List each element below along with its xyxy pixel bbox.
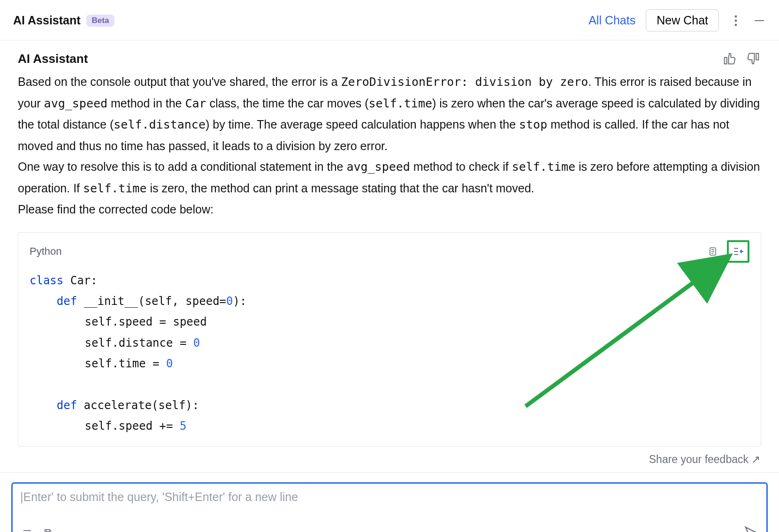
- code-token: 0: [226, 295, 233, 308]
- input-section: |Enter' to submit the query, 'Shift+Ente…: [0, 472, 779, 532]
- top-bar-left: AI Assistant Beta: [13, 14, 115, 27]
- code-content[interactable]: class Car: def __init__(self, speed=0): …: [18, 267, 761, 446]
- inline-code: Car: [185, 97, 206, 110]
- top-bar: AI Assistant Beta All Chats New Chat: [0, 0, 779, 40]
- text: class, the time the car moves (: [206, 97, 369, 110]
- code-token: self.speed +=: [85, 419, 180, 433]
- prompt-toolbar-left: [21, 527, 54, 532]
- svg-rect-15: [46, 529, 49, 532]
- message-paragraph-3: Please find the corrected code below:: [18, 199, 761, 220]
- prompt-input[interactable]: |Enter' to submit the query, 'Shift+Ente…: [11, 482, 768, 532]
- indent-icon[interactable]: [21, 527, 33, 532]
- inline-code: avg_speed: [346, 160, 410, 174]
- new-chat-button[interactable]: New Chat: [646, 9, 719, 31]
- prompt-placeholder: |Enter' to submit the query, 'Shift+Ente…: [19, 488, 760, 506]
- svg-point-2: [735, 24, 737, 26]
- inline-code: self.time: [369, 97, 432, 110]
- send-icon[interactable]: [744, 525, 758, 532]
- inline-code: ZeroDivisionError: division by zero: [341, 75, 588, 89]
- text: Based on the console output that you've …: [18, 75, 341, 88]
- insert-caret-icon[interactable]: [727, 240, 749, 263]
- text: is zero, the method can print a message …: [146, 182, 534, 195]
- message-paragraph-1: Based on the console output that you've …: [18, 71, 761, 156]
- save-icon[interactable]: [42, 527, 54, 532]
- code-token: self.distance =: [85, 336, 193, 350]
- code-token: def: [57, 399, 77, 412]
- code-token: __init__(self, speed=: [77, 295, 226, 308]
- message-body: Based on the console output that you've …: [18, 71, 761, 220]
- code-token: class: [30, 274, 63, 287]
- external-link-icon: ↗: [751, 453, 760, 465]
- message-sender: AI Assistant: [18, 52, 88, 66]
- app-title: AI Assistant: [13, 14, 81, 27]
- text: One way to resolve this is to add a cond…: [18, 160, 346, 173]
- code-token: accelerate(self):: [77, 399, 199, 412]
- chat-area: AI Assistant Based on the console output…: [0, 40, 779, 447]
- thumbs-up-icon[interactable]: [722, 51, 738, 67]
- all-chats-link[interactable]: All Chats: [588, 14, 635, 27]
- message-paragraph-2: One way to resolve this is to add a cond…: [18, 156, 761, 199]
- inline-code: stop: [519, 118, 547, 131]
- svg-point-0: [735, 15, 737, 17]
- more-vertical-icon[interactable]: [729, 14, 742, 27]
- code-token: 5: [180, 419, 186, 433]
- inline-code: avg_speed: [44, 97, 107, 110]
- svg-point-1: [735, 20, 737, 22]
- copy-icon[interactable]: [705, 244, 720, 259]
- code-block-actions: [705, 240, 749, 263]
- code-token: 0: [166, 357, 173, 370]
- share-feedback-text: Share your feedback: [649, 453, 748, 465]
- code-block-header: Python: [18, 233, 761, 267]
- inline-code: self.time: [512, 160, 575, 174]
- code-block: Python class Car: def __init__(self, spe…: [18, 232, 761, 447]
- code-token: def: [57, 295, 77, 308]
- text: method in the: [107, 97, 185, 110]
- message-header: AI Assistant: [18, 51, 761, 67]
- text: method to check if: [410, 160, 512, 173]
- inline-code: self.time: [83, 182, 146, 195]
- share-feedback-link[interactable]: Share your feedback↗: [0, 447, 779, 472]
- thumbs-down-icon[interactable]: [745, 51, 761, 67]
- beta-badge: Beta: [86, 15, 115, 27]
- inline-code: self.distance: [114, 118, 206, 131]
- text: ) by time. The average speed calculation…: [206, 118, 519, 131]
- code-language-label: Python: [30, 245, 62, 258]
- code-token: self.time =: [85, 357, 166, 370]
- minimize-icon[interactable]: [753, 14, 766, 27]
- message-feedback-icons: [722, 51, 761, 67]
- top-bar-right: All Chats New Chat: [588, 9, 766, 31]
- code-token: self.speed = speed: [85, 315, 207, 328]
- code-token: Car:: [63, 274, 97, 287]
- code-token: ):: [233, 295, 247, 308]
- code-token: 0: [193, 336, 200, 350]
- prompt-toolbar: [19, 525, 760, 532]
